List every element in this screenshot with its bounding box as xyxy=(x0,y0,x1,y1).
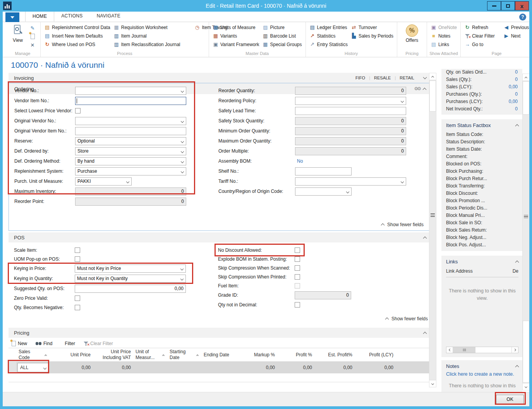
links-button[interactable]: ▤Links xyxy=(430,41,458,48)
turnover-button[interactable]: ⇄Turnover xyxy=(350,24,394,31)
row-selector[interactable] xyxy=(9,362,16,373)
explode-bom-checkbox[interactable] xyxy=(295,256,300,262)
cell-unit-price-incl-vat[interactable]: 0,00 xyxy=(93,365,133,370)
scrollbar-grip[interactable] xyxy=(431,213,435,217)
qty-becomes-negative-checkbox[interactable] xyxy=(75,305,80,310)
picture-button[interactable]: ▨Picture xyxy=(261,24,302,31)
next-button[interactable]: ▶Next xyxy=(503,32,530,40)
chevron-up-icon[interactable] xyxy=(515,365,519,369)
tab-home[interactable]: HOME xyxy=(25,11,54,22)
select-lowest-price-vendor-checkbox[interactable] xyxy=(75,108,81,113)
barcode-list-button[interactable]: ▥Barcode List xyxy=(261,32,302,40)
ledger-entries-button[interactable]: ▤Ledger Entries xyxy=(309,24,348,31)
column-unit-of-measure[interactable]: Unit of Measur... xyxy=(133,348,167,361)
column-unit-price-incl-vat[interactable]: Unit Price Including VAT xyxy=(93,348,133,361)
notes-button[interactable]: ■Notes xyxy=(430,32,458,40)
column-link-address[interactable]: Link Address xyxy=(446,268,473,274)
special-groups-button[interactable]: ▦Special Groups xyxy=(261,41,302,48)
maximize-button[interactable] xyxy=(501,1,515,10)
scrollbar-thumb[interactable] xyxy=(523,81,529,115)
cell-unit-price[interactable]: 0,00 xyxy=(50,365,93,370)
item-reclassification-journal-button[interactable]: ▥Item Reclassification Journal xyxy=(113,41,181,48)
scroll-right-icon[interactable] xyxy=(511,347,518,353)
reserve-combobox[interactable]: Optional xyxy=(75,137,186,145)
skip-compression-scanned-checkbox[interactable] xyxy=(295,265,300,271)
column-ending-date[interactable]: Ending Date xyxy=(201,351,237,359)
pricing-new-button[interactable]: New xyxy=(9,341,30,346)
section-invoicing[interactable]: Invoicing FIFO| RESALE| RETAIL xyxy=(9,73,430,83)
scroll-up-icon[interactable] xyxy=(525,76,527,79)
pricing-clear-filter-button[interactable]: ✕Clear Filter xyxy=(81,341,116,346)
skip-compression-printed-checkbox[interactable] xyxy=(295,274,300,280)
scrollbar-thumb[interactable] xyxy=(453,347,475,353)
keying-in-price-combobox[interactable]: Must not Key in Price xyxy=(75,265,186,273)
reordering-policy-combobox[interactable] xyxy=(295,97,406,105)
suggested-qty-on-pos-input[interactable]: 0,00 xyxy=(75,285,186,293)
uom-popup-on-pos-checkbox[interactable] xyxy=(75,256,80,262)
insert-new-item-defaults-button[interactable]: ▤Insert New Item Defaults xyxy=(43,32,111,40)
clear-filter-button[interactable]: ✕Clear Filter xyxy=(463,32,496,40)
scroll-down-icon[interactable] xyxy=(431,382,434,385)
previous-button[interactable]: ◀Previous xyxy=(503,24,530,31)
view-button[interactable]: View xyxy=(8,24,28,48)
def-ordering-method-combobox[interactable]: By hand xyxy=(75,157,186,165)
scrollbar-thumb[interactable] xyxy=(523,321,529,383)
variant-framework-button[interactable]: ▣Variant Framework xyxy=(212,41,260,48)
purch-unit-of-measure-combobox[interactable]: PAKKI xyxy=(75,177,132,186)
chevron-up-icon[interactable] xyxy=(515,124,519,128)
tab-actions[interactable]: ACTIONS xyxy=(54,11,89,22)
replenishment-system-combobox[interactable]: Purchase xyxy=(75,167,186,175)
chevron-up-icon[interactable] xyxy=(515,261,519,265)
minimize-button[interactable] xyxy=(487,1,501,10)
scrollbar-thumb[interactable] xyxy=(429,81,436,112)
scroll-down-icon[interactable] xyxy=(525,385,527,388)
delete-icon[interactable]: ✕ xyxy=(29,42,36,48)
column-profit[interactable]: Profit % xyxy=(277,351,314,359)
vendor-item-no-input[interactable] xyxy=(75,97,186,105)
close-button[interactable]: x xyxy=(515,1,529,10)
ordering-show-fewer-fields[interactable]: Show fewer fields xyxy=(381,222,424,227)
column-markup[interactable]: Markup % xyxy=(237,351,277,359)
safety-lead-time-input[interactable] xyxy=(295,107,406,115)
links-horizontal-scrollbar[interactable] xyxy=(446,347,518,353)
scrollbar-grip[interactable] xyxy=(524,215,528,218)
sales-code-combobox[interactable]: ALL xyxy=(17,363,48,372)
new-icon[interactable] xyxy=(29,33,36,40)
vendor-no-combobox[interactable] xyxy=(75,87,186,95)
edit-icon[interactable]: ✎ xyxy=(29,25,36,31)
def-ordered-by-combobox[interactable]: Store xyxy=(75,147,186,155)
section-pos[interactable]: POS xyxy=(9,232,430,242)
cell-est-profit[interactable]: 0,00 xyxy=(314,365,355,370)
scroll-up-icon[interactable] xyxy=(431,76,434,78)
cell-profit-lcy[interactable]: 0,00 xyxy=(355,365,396,370)
onenote-button[interactable]: ▣OneNote xyxy=(430,24,458,31)
where-used-on-pos-button[interactable]: ↻Where Used on POS xyxy=(43,41,111,48)
cell-markup[interactable]: 0,00 xyxy=(237,365,277,370)
scale-item-checkbox[interactable] xyxy=(75,247,80,253)
ok-button[interactable]: OK xyxy=(496,395,524,404)
keying-in-quantity-combobox[interactable]: Must not Key in Quantity xyxy=(75,275,186,283)
statistics-button[interactable]: ↗Statistics xyxy=(309,32,348,40)
table-row[interactable]: ALL 0,00 0,00 0,00 0,00 0,00 0,00 xyxy=(9,362,430,373)
item-journal-button[interactable]: ▥Item Journal xyxy=(113,32,181,40)
pos-show-fewer-fields[interactable]: Show fewer fields xyxy=(386,316,428,321)
sales-by-periods-button[interactable]: ▙Sales by Periods xyxy=(350,32,394,40)
create-note-link[interactable]: Click here to create a new note. xyxy=(446,371,518,377)
offers-button[interactable]: % Offers xyxy=(402,24,422,43)
column-unit-price[interactable]: Unit Price xyxy=(50,351,93,359)
assembly-bom-link[interactable]: No xyxy=(297,158,303,164)
column-profit-lcy[interactable]: Profit (LCY) xyxy=(355,351,396,359)
original-vendor-no-combobox[interactable] xyxy=(75,117,186,125)
country-region-of-origin-combobox[interactable] xyxy=(295,187,352,196)
variants-button[interactable]: ▦Variants xyxy=(212,32,260,40)
column-est-profit[interactable]: Est. Profit% xyxy=(314,351,355,359)
main-scrollbar[interactable] xyxy=(429,73,436,387)
replenishment-control-data-button[interactable]: ▤Replenishment Control Data xyxy=(43,24,111,31)
section-pricing[interactable]: Pricing xyxy=(9,328,430,338)
pricing-find-button[interactable]: Find xyxy=(33,341,55,346)
zero-price-valid-checkbox[interactable] xyxy=(75,296,80,301)
qty-not-in-decimal-checkbox[interactable] xyxy=(295,302,300,308)
column-description[interactable]: De xyxy=(513,268,518,274)
pricing-filter-button[interactable]: Filter xyxy=(62,341,78,346)
cell-profit[interactable]: 0,00 xyxy=(277,365,314,370)
